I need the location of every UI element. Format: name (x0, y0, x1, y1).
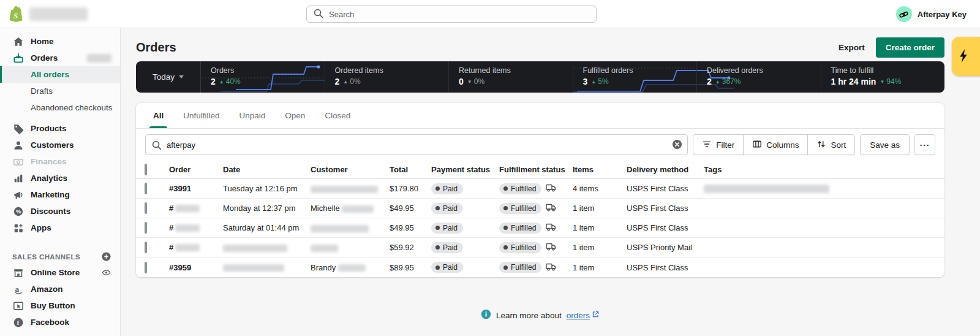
view-store-eye-icon[interactable] (101, 267, 111, 278)
col-header-items: Items (573, 165, 627, 174)
filter-button[interactable]: Filter (693, 135, 743, 155)
row-checkbox[interactable] (145, 183, 147, 194)
sidebar-item-label: Marketing (31, 190, 70, 199)
status-dot-icon (503, 226, 508, 230)
export-button[interactable]: Export (839, 43, 865, 52)
tab-closed[interactable]: Closed (315, 103, 360, 128)
sidebar-item-label: Analytics (31, 174, 67, 183)
sidebar-item-buy-button[interactable]: Buy Button (0, 297, 120, 314)
status-dot-icon (503, 186, 508, 191)
sidebar-item-customers[interactable]: Customers (0, 137, 120, 153)
order-filter-tabs: All Unfulfilled Unpaid Open Closed (136, 103, 944, 129)
save-as-button[interactable]: Save as (860, 134, 910, 155)
metric-time-to-fulfill[interactable]: Time to fulfill 1 hr 24 min ▼94% (821, 61, 945, 93)
status-dot-icon (503, 206, 508, 210)
sidebar-item-analytics[interactable]: Analytics (0, 170, 120, 186)
clear-search-icon[interactable] (672, 139, 682, 150)
tab-open[interactable]: Open (275, 103, 315, 128)
orders-help-link[interactable]: orders (567, 310, 600, 320)
fulfillment-status-badge: Fulfilled (499, 203, 541, 214)
account-area[interactable]: Afterpay Key (896, 0, 967, 28)
sidebar-item-home[interactable]: Home (0, 33, 120, 50)
order-number[interactable]: #3959 (169, 263, 191, 272)
table-row[interactable]: # $59.92 Paid Fulfilled 1 item USPS Prio… (136, 238, 944, 258)
order-number[interactable]: # (169, 204, 173, 213)
select-all-checkbox[interactable] (145, 164, 147, 175)
metric-ordered-items[interactable]: Ordered items 2 ▲0% (325, 61, 450, 93)
sidebar-item-label: Orders (31, 53, 58, 63)
sales-channels-label: SALES CHANNELS (12, 253, 80, 261)
metric-value: 2 (707, 77, 712, 86)
sidebar-item-apps[interactable]: Apps (0, 220, 120, 236)
table-row[interactable]: #3959 Brandy $89.95 Paid Fulfilled 1 ite… (136, 258, 944, 277)
trend-arrow-icon: ▲ (219, 79, 224, 85)
search-icon (151, 140, 162, 152)
metric-delivered-orders[interactable]: Delivered orders 2 ▲367% (697, 61, 821, 93)
status-dot-icon (503, 265, 508, 270)
col-header-customer: Customer (311, 165, 390, 174)
shopify-logo-icon[interactable]: S (8, 6, 24, 25)
more-actions-button[interactable]: ··· (914, 134, 935, 155)
tab-unfulfilled[interactable]: Unfulfilled (173, 103, 229, 128)
payment-status-badge: Paid (431, 262, 463, 273)
topbar: S Search Afterpay Key (0, 0, 980, 28)
columns-button[interactable]: Columns (743, 135, 807, 155)
sidebar-item-facebook[interactable]: f Facebook (0, 314, 120, 330)
online-store-icon (12, 267, 24, 278)
sidebar-item-amazon[interactable]: a Amazon (0, 281, 120, 297)
row-checkbox[interactable] (145, 202, 147, 214)
table-row[interactable]: # Saturday at 01:44 pm $49.95 Paid Fulfi… (136, 218, 944, 238)
period-selector[interactable]: Today (136, 61, 201, 93)
store-name-redacted[interactable] (29, 7, 88, 21)
fulfillment-status-badge: Fulfilled (499, 242, 541, 253)
quick-actions-tab[interactable] (952, 37, 980, 76)
orders-search-input[interactable] (145, 134, 688, 155)
order-date: Saturday at 01:44 pm (223, 223, 311, 232)
sidebar-item-discounts[interactable]: % Discounts (0, 203, 120, 220)
delivery-method: USPS First Class (627, 184, 704, 193)
table-row[interactable]: # Monday at 12:37 pm Michelle $49.95 Pai… (136, 199, 944, 218)
sidebar-item-online-store[interactable]: Online Store (0, 264, 120, 281)
sidebar-item-label: Discounts (31, 207, 70, 216)
metric-delta: 5% (598, 77, 608, 86)
metric-returned-items[interactable]: Returned items 0 ▼0% (449, 61, 573, 93)
metric-value: 1 hr 24 min (831, 77, 876, 86)
metric-label: Delivered orders (707, 66, 821, 75)
table-row[interactable]: #3991 Tuesday at 12:16 pm $179.80 Paid F… (136, 179, 944, 199)
order-items-count: 1 item (573, 204, 627, 213)
row-checkbox[interactable] (145, 262, 147, 273)
sidebar-item-finances[interactable]: Finances (0, 153, 120, 170)
order-number[interactable]: # (169, 243, 173, 252)
tab-all[interactable]: All (143, 103, 173, 128)
metric-fulfilled-orders[interactable]: Fulfilled orders 3 ▲5% (573, 61, 698, 93)
order-number[interactable]: # (169, 223, 173, 232)
order-number-redacted (175, 224, 200, 232)
create-order-button[interactable]: Create order (876, 37, 944, 58)
metric-value: 2 (335, 77, 340, 86)
sidebar-item-all-orders[interactable]: All orders (0, 66, 120, 83)
lightning-bolt-icon (959, 49, 968, 64)
filter-icon (702, 139, 712, 151)
sidebar-item-drafts[interactable]: Drafts (0, 83, 120, 99)
sort-button[interactable]: Sort (807, 135, 854, 155)
apps-icon (12, 223, 24, 234)
fulfillment-status-badge: Fulfilled (499, 262, 541, 273)
sidebar-item-orders[interactable]: Orders (0, 50, 120, 66)
metric-delta: 94% (886, 77, 901, 86)
metric-orders[interactable]: Orders 2 ▲40% (201, 61, 325, 93)
order-total: $179.80 (390, 184, 431, 193)
row-checkbox[interactable] (145, 242, 147, 253)
global-search-input[interactable]: Search (306, 6, 597, 23)
sidebar-item-marketing[interactable]: Marketing (0, 186, 120, 203)
sidebar-item-products[interactable]: Products (0, 120, 120, 137)
sidebar-item-label: Online Store (31, 268, 80, 277)
sidebar-item-abandoned-checkouts[interactable]: Abandoned checkouts (0, 99, 120, 116)
order-number[interactable]: #3991 (169, 184, 191, 193)
add-channel-button[interactable] (101, 251, 111, 263)
status-dot-icon (435, 206, 440, 210)
row-checkbox[interactable] (145, 222, 147, 234)
sort-label: Sort (831, 140, 846, 150)
tab-unpaid[interactable]: Unpaid (230, 103, 276, 128)
customer-name-redacted (311, 245, 338, 252)
status-dot-icon (435, 186, 440, 191)
